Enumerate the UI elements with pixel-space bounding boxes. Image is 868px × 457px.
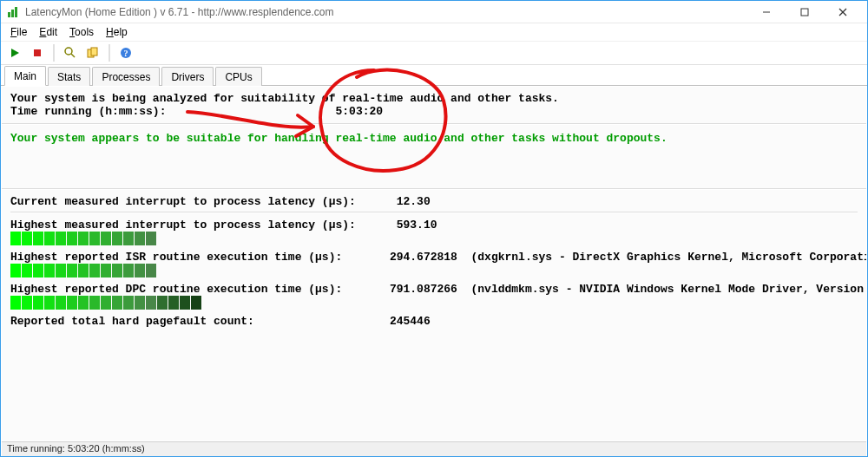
bar-highest-dpc (10, 296, 858, 310)
metric-current-latency: Current measured interrupt to process la… (10, 195, 858, 208)
time-running-label: Time running (h:mm:ss): (10, 105, 166, 118)
svg-rect-1 (11, 10, 14, 17)
metric-highest-dpc: Highest reported DPC routine execution t… (10, 283, 858, 296)
maximize-button[interactable] (786, 1, 824, 23)
time-running-value: 5:03:20 (335, 105, 383, 118)
title-bar: LatencyMon (Home Edition ) v 6.71 - http… (1, 1, 867, 23)
metric-pagefault-count: Reported total hard pagefault count: 245… (10, 315, 858, 328)
tab-cpus[interactable]: CPUs (215, 67, 261, 86)
svg-line-10 (71, 54, 75, 57)
svg-rect-0 (8, 12, 10, 17)
tab-bar: Main Stats Processes Drivers CPUs (1, 65, 867, 86)
svg-rect-2 (15, 7, 17, 17)
play-button[interactable] (6, 44, 23, 62)
find-button[interactable] (62, 44, 79, 62)
minimize-button[interactable] (747, 1, 786, 23)
menu-bar: File Edit Tools Help (1, 23, 867, 41)
suitability-text: Your system appears to be suitable for h… (10, 132, 858, 145)
menu-help[interactable]: Help (100, 24, 134, 40)
menu-file[interactable]: File (4, 24, 33, 40)
svg-text:?: ? (124, 49, 128, 58)
time-running-row: Time running (h:mm:ss): 5:03:20 (10, 105, 858, 118)
svg-rect-8 (34, 49, 41, 56)
svg-rect-4 (801, 9, 808, 16)
metric-highest-latency: Highest measured interrupt to process la… (10, 219, 858, 232)
stop-button[interactable] (29, 44, 46, 62)
help-button[interactable]: ? (117, 44, 135, 62)
bar-highest-isr (10, 264, 858, 277)
toolbar-separator (53, 44, 55, 62)
window-title: LatencyMon (Home Edition ) v 6.71 - http… (25, 6, 334, 18)
bar-highest-latency (10, 232, 858, 245)
tab-stats[interactable]: Stats (48, 67, 90, 86)
content-pane: Your system is being analyzed for suitab… (2, 87, 866, 441)
app-icon (6, 5, 20, 19)
menu-tools[interactable]: Tools (63, 24, 100, 40)
tab-drivers[interactable]: Drivers (161, 67, 214, 86)
menu-edit[interactable]: Edit (33, 24, 63, 40)
toolbar-separator-2 (108, 44, 110, 62)
close-button[interactable] (824, 1, 862, 23)
status-bar: Time running: 5:03:20 (h:mm:ss) (2, 441, 866, 456)
window-controls (747, 1, 862, 23)
tab-processes[interactable]: Processes (92, 67, 160, 86)
status-text: Time running: 5:03:20 (h:mm:ss) (7, 443, 145, 454)
toolbar: ? (1, 41, 867, 65)
svg-rect-12 (91, 48, 97, 55)
copy-button[interactable] (84, 44, 102, 62)
metric-highest-isr: Highest reported ISR routine execution t… (10, 251, 858, 264)
analysis-text: Your system is being analyzed for suitab… (10, 92, 858, 105)
svg-point-9 (65, 48, 72, 55)
tab-main[interactable]: Main (4, 66, 46, 86)
svg-marker-7 (11, 49, 19, 57)
